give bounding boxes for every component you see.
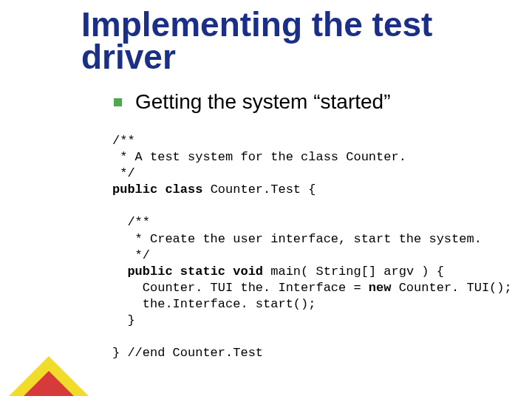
code-line: * A test system for the class Counter. [112,150,406,164]
code-indent [112,265,127,279]
code-keyword: public [127,265,172,279]
code-line: /** [112,134,135,148]
code-line: */ [112,248,150,262]
code-keyword: public [112,183,157,197]
code-line: * Create the user interface, start the s… [112,232,482,246]
code-line: } [112,313,135,327]
slide-title: Implementing the test driver [81,9,502,73]
code-line: } //end Counter.Test [112,346,263,360]
code-line: the.Interface. start(); [112,297,316,311]
code-keyword: class [165,183,202,197]
slide: Implementing the test driver Getting the… [0,0,532,399]
code-keyword: new [369,281,392,295]
decor-triangle-red [24,371,74,396]
code-keyword: static [180,265,225,279]
bullet-text: Getting the system “started” [135,90,390,114]
code-line: */ [112,166,135,180]
bullet-icon [114,98,122,106]
code-line: /** [112,215,150,229]
code-text: main( String[] argv ) { [263,265,444,279]
code-text: Counter.Test { [202,183,316,197]
bullet-row: Getting the system “started” [114,90,502,114]
code-text: Counter. TUI(); [391,281,511,295]
code-block: /** * A test system for the class Counte… [112,133,502,361]
code-keyword: void [233,265,263,279]
code-text: Counter. TUI the. Interface = [112,281,369,295]
